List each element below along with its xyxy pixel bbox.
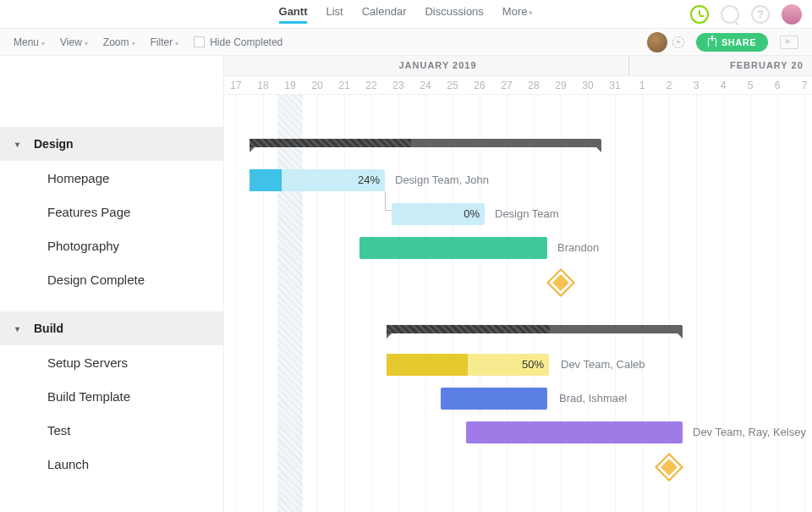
bar-photography[interactable] <box>359 237 547 259</box>
activity-clock-icon[interactable] <box>690 5 709 24</box>
current-user-avatar[interactable] <box>782 4 802 25</box>
bar-summary-design[interactable] <box>250 139 601 147</box>
main-split: Design Homepage Features Page Photograph… <box>0 56 812 512</box>
assignee-test: Dev Team, Ray, Kelsey <box>693 426 806 438</box>
day-label: 19 <box>277 80 304 91</box>
bar-setup-pct: 50% <box>522 358 544 371</box>
day-label: 21 <box>331 80 358 91</box>
day-label: 25 <box>439 80 466 91</box>
task-build-template[interactable]: Build Template <box>0 379 223 413</box>
help-icon[interactable]: ? <box>751 5 770 24</box>
day-label: 28 <box>520 80 547 91</box>
share-button[interactable]: SHARE <box>696 33 768 52</box>
day-label: 4 <box>710 80 737 91</box>
top-nav: Gantt List Calendar Discussions More▾ ? <box>0 0 812 29</box>
add-person-icon[interactable]: + <box>672 36 684 48</box>
hide-completed-toggle[interactable]: Hide Completed <box>194 36 283 48</box>
bar-test[interactable] <box>466 421 683 443</box>
day-label: 2 <box>656 80 683 91</box>
day-label: 27 <box>493 80 520 91</box>
bar-homepage-pct: 24% <box>358 173 380 186</box>
day-label: 29 <box>547 80 574 91</box>
chevron-down-icon: ▾ <box>529 8 533 17</box>
assignee-setup: Dev Team, Caleb <box>561 358 645 371</box>
task-photography[interactable]: Photography <box>0 228 223 262</box>
task-features-page[interactable]: Features Page <box>0 195 223 228</box>
task-setup-servers[interactable]: Setup Servers <box>0 345 223 379</box>
tab-list[interactable]: List <box>326 5 343 23</box>
day-label: 30 <box>574 80 601 91</box>
bar-build-template[interactable] <box>441 388 547 410</box>
day-label: 24 <box>412 80 439 91</box>
bar-setup-servers[interactable]: 50% <box>387 354 549 376</box>
day-label: 7 <box>791 80 812 91</box>
grid-lines <box>224 95 812 512</box>
task-tree: Design Homepage Features Page Photograph… <box>0 56 224 512</box>
day-label: 18 <box>250 80 277 91</box>
bar-homepage[interactable]: 24% <box>250 169 385 191</box>
assignee-template: Brad, Ishmael <box>559 392 627 405</box>
task-launch[interactable]: Launch <box>0 447 223 481</box>
search-icon[interactable] <box>721 5 739 24</box>
view-tabs: Gantt List Calendar Discussions More▾ <box>279 5 534 23</box>
day-label: 3 <box>683 80 710 91</box>
top-nav-right: ? <box>690 0 802 28</box>
bar-summary-build[interactable] <box>387 325 683 333</box>
assignee-features: Design Team <box>495 207 559 220</box>
assignee-avatar[interactable] <box>647 32 667 52</box>
assignee-homepage: Design Team, John <box>395 173 489 186</box>
present-button[interactable] <box>780 36 798 49</box>
bar-features-pct: 0% <box>464 207 480 220</box>
menu-dropdown[interactable]: Menu▾ <box>14 36 45 48</box>
day-scale: 1718192021222324252627282930311234567 <box>224 76 812 95</box>
day-label: 26 <box>466 80 493 91</box>
toolbar: Menu▾ View▾ Zoom▾ Filter▾ Hide Completed… <box>0 29 812 56</box>
day-label: 23 <box>385 80 412 91</box>
task-design-complete[interactable]: Design Complete <box>0 262 223 296</box>
day-label: 20 <box>304 80 331 91</box>
zoom-dropdown[interactable]: Zoom▾ <box>103 36 135 48</box>
day-label: 5 <box>737 80 764 91</box>
tab-discussions[interactable]: Discussions <box>425 5 483 23</box>
share-icon <box>708 38 716 47</box>
checkbox-icon <box>194 36 205 47</box>
day-label: 1 <box>628 80 656 91</box>
bar-features-page[interactable]: 0% <box>392 203 485 225</box>
day-label: 6 <box>764 80 791 91</box>
tab-gantt[interactable]: Gantt <box>279 5 308 23</box>
group-header-design[interactable]: Design <box>0 127 223 161</box>
dependency-line <box>385 191 386 210</box>
day-label: 31 <box>601 80 628 91</box>
gantt-canvas[interactable]: JANUARY 2019 FEBRUARY 20 171819202122232… <box>224 56 812 512</box>
task-homepage[interactable]: Homepage <box>0 161 223 195</box>
day-label: 17 <box>224 80 250 91</box>
assignee-photography: Brandon <box>557 241 599 254</box>
month-a-label: JANUARY 2019 <box>398 60 476 70</box>
tab-calendar[interactable]: Calendar <box>362 5 407 23</box>
tab-more[interactable]: More▾ <box>502 5 534 23</box>
day-label: 22 <box>358 80 385 91</box>
task-test[interactable]: Test <box>0 413 223 447</box>
month-header: JANUARY 2019 FEBRUARY 20 <box>224 56 812 76</box>
dependency-line <box>385 210 392 211</box>
filter-dropdown[interactable]: Filter▾ <box>151 36 179 48</box>
month-divider <box>628 56 629 75</box>
view-dropdown[interactable]: View▾ <box>60 36 88 48</box>
month-b-label: FEBRUARY 20 <box>730 60 804 70</box>
group-header-build[interactable]: Build <box>0 311 223 345</box>
